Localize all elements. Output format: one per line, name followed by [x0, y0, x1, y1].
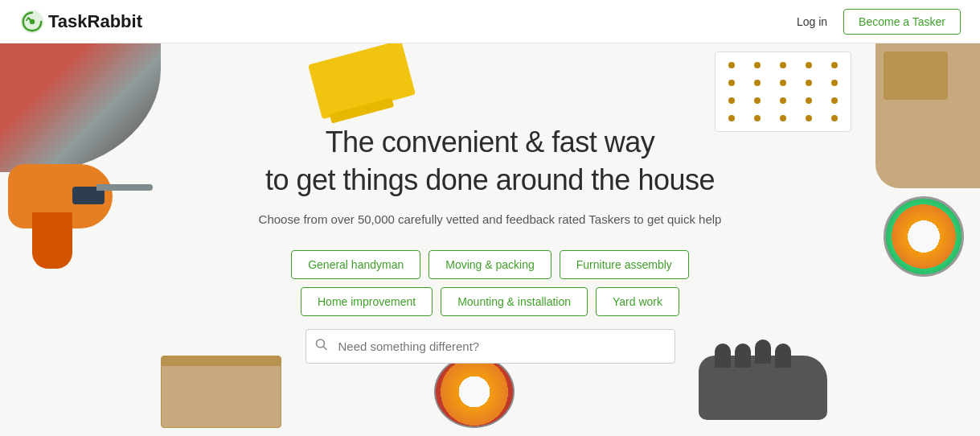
service-button-moving-packing[interactable]: Moving & packing: [428, 250, 552, 279]
login-link[interactable]: Log in: [797, 15, 827, 28]
service-row-1: General handyman Moving & packing Furnit…: [291, 250, 689, 279]
logo-icon: [19, 9, 45, 35]
logo[interactable]: TaskRabbit: [19, 9, 142, 35]
hero-title: The convenient & fast way to get things …: [265, 124, 715, 199]
search-container: [305, 329, 675, 364]
service-button-home-improvement[interactable]: Home improvement: [301, 287, 433, 316]
service-row-2: Home improvement Mounting & installation…: [301, 287, 679, 316]
service-buttons-group: General handyman Moving & packing Furnit…: [291, 250, 689, 316]
search-icon: [315, 339, 328, 354]
main-content: The convenient & fast way to get things …: [0, 43, 980, 436]
service-button-general-handyman[interactable]: General handyman: [291, 250, 420, 279]
logo-text: TaskRabbit: [48, 11, 142, 32]
service-button-furniture-assembly[interactable]: Furniture assembly: [560, 250, 689, 279]
service-button-mounting-installation[interactable]: Mounting & installation: [441, 287, 588, 316]
header-nav: Log in Become a Tasker: [797, 9, 961, 35]
become-tasker-button[interactable]: Become a Tasker: [843, 9, 961, 35]
svg-line-3: [323, 347, 326, 350]
search-input[interactable]: [305, 329, 675, 364]
service-button-yard-work[interactable]: Yard work: [596, 287, 679, 316]
hero-section: The convenient & fast way to get things …: [0, 43, 980, 436]
hero-subtitle: Choose from over 50,000 carefully vetted…: [259, 212, 722, 226]
header: TaskRabbit Log in Become a Tasker: [0, 0, 980, 43]
